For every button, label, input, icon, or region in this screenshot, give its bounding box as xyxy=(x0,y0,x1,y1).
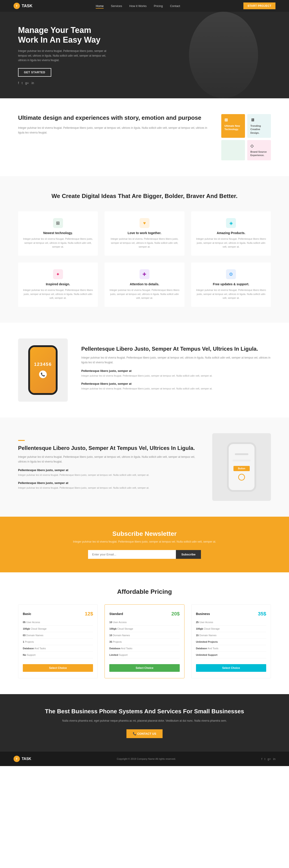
feature-title: Attention to details. xyxy=(109,282,180,286)
subscribe-form: Subscribe xyxy=(88,550,201,559)
pricing-business-cta[interactable]: Select Choice xyxy=(196,664,266,672)
card-icon: ◇ xyxy=(251,143,268,149)
social-twitter[interactable]: t xyxy=(22,81,23,85)
pricing-basic-f2: 100gb Cloud Storage xyxy=(23,627,93,632)
hero-title: Manage Your Team Work In An Easy Way xyxy=(18,25,113,45)
feature-icon-attention: ✚ xyxy=(140,269,149,279)
contact-icon: 📞 xyxy=(133,732,136,735)
pricing-basic-f6: No Support xyxy=(23,654,93,658)
pricing-basic-f4: 1 Projects xyxy=(23,641,93,645)
feature-title: Love to work together. xyxy=(109,231,180,235)
pricing-standard: Standard 20$ 10 User Access 100gb Cloud … xyxy=(105,604,184,678)
pricing-standard-name: Standard xyxy=(109,612,123,616)
feature-icon-amazing: ◈ xyxy=(226,218,236,228)
phone-left-heading: Pellentesque Libero Justo, Semper At Tem… xyxy=(81,345,271,352)
pricing-biz-f5: Database And Tools xyxy=(196,647,266,652)
feature-love-work: ♥ Love to work together. Integer pulvina… xyxy=(105,211,184,256)
pricing-biz-f6: Unlimited Support xyxy=(196,654,266,658)
phone-left-intro: Integer pulvinar leo id viverra feugiat.… xyxy=(81,355,271,365)
pricing-biz-f4: Unlimited Projects xyxy=(196,641,266,645)
nav-home[interactable]: Home xyxy=(96,4,104,8)
footer-social-google[interactable]: g+ xyxy=(267,757,271,761)
phone-right-content: Pellentesque Libero Justo, Semper At Tem… xyxy=(18,440,199,494)
card-label: Brand Source Experience. xyxy=(251,150,267,156)
phone-right-heading: Pellentesque Libero Justo, Semper At Tem… xyxy=(18,444,199,452)
pricing-biz-f2: 100gb Cloud Storage xyxy=(196,627,266,632)
pricing-standard-cta[interactable]: Select Choice xyxy=(109,664,179,672)
digital-section: We Create Digital Ideas That Are Bigger,… xyxy=(0,176,289,323)
footer-logo[interactable]: T TASK xyxy=(13,756,31,762)
feature-text: Integer pulvinar leo id viverra. Pellent… xyxy=(109,237,180,249)
pricing-business-name: Business xyxy=(196,612,210,616)
feature-text: Integer pulvinar leo id viverra Nougat. … xyxy=(23,288,93,300)
feature-free-updates: ⚙ Free updates & support. Integer pulvin… xyxy=(191,262,271,307)
pricing-basic-f3: 03 Domain Names xyxy=(23,634,93,639)
footer-social-facebook[interactable]: f xyxy=(261,757,262,761)
phone-right-feature-1: Pellentesque libero justo, semper at Int… xyxy=(18,468,199,477)
phone-feature-1-title: Pellentesque libero justo, semper at xyxy=(81,369,271,373)
phone-right-feature-2-title: Pellentesque libero justo, semper at xyxy=(18,481,199,485)
feature-icon-love: ♥ xyxy=(140,218,149,228)
phone-right-feature-2: Pellentesque libero justo, semper at Int… xyxy=(18,481,199,490)
hero-background-image xyxy=(185,12,262,98)
pricing-business-price: 35$ xyxy=(258,611,266,617)
pricing-std-f2: 100gb Cloud Storage xyxy=(109,627,179,632)
feature-attention-details: ✚ Attention to details. Integer pulvinar… xyxy=(105,262,184,307)
phone-inner-right: Button xyxy=(227,442,256,492)
feature-text: Integer pulvinar leo id viverra Nougat. … xyxy=(23,237,93,249)
phone-feature-1: Pellentesque libero justo, semper at Int… xyxy=(81,369,271,378)
pricing-standard-price: 20$ xyxy=(171,611,180,617)
footer-cta-section: The Best Business Phone Systems And Serv… xyxy=(0,694,289,752)
phone-feature-1-text: Integer pulvinar leo id viverra feugiat.… xyxy=(81,374,271,378)
feature-inspired-design: ✦ Inspired design. Integer pulvinar leo … xyxy=(18,262,98,307)
get-started-button[interactable]: GET STARTED xyxy=(18,68,51,77)
footer-logo-text: TASK xyxy=(22,757,31,761)
pricing-std-f3: 10 Domain Names xyxy=(109,634,179,639)
subscribe-heading: Subscribe Newsletter xyxy=(18,530,271,537)
social-google[interactable]: g+ xyxy=(25,81,29,85)
logo-text: TASK xyxy=(22,4,32,8)
footer: T TASK Copyright © 2019 Company Name All… xyxy=(0,752,289,766)
phone-cta-button: Button xyxy=(233,466,250,471)
pricing-grid: Basic 12$ 05 User Access 100gb Cloud Sto… xyxy=(18,604,271,678)
feature-text: Integer pulvinar leo id viverra Nougat. … xyxy=(196,237,266,249)
call-icon: 📞 xyxy=(39,371,47,378)
start-project-button[interactable]: START PROJECT xyxy=(243,2,276,9)
phone-right-feature-2-text: Integer pulvinar leo id viverra feugiat.… xyxy=(18,486,199,490)
nav-contact[interactable]: Contact xyxy=(170,4,180,8)
footer-social-linkedin[interactable]: in xyxy=(273,757,276,761)
feature-text: Integer pulvinar leo id viverra Nougat. … xyxy=(109,288,180,300)
phone-right-feature-1-title: Pellentesque libero justo, semper at xyxy=(18,468,199,472)
footer-copyright: Copyright © 2019 Company Name All rights… xyxy=(117,757,176,760)
nav-pricing[interactable]: Pricing xyxy=(154,4,163,8)
feature-icon-inspired: ✦ xyxy=(53,269,63,279)
footer-social-twitter[interactable]: t xyxy=(264,757,265,761)
features-grid: ⊞ Newest technology. Integer pulvinar le… xyxy=(18,211,271,307)
phone-right-section: Pellentesque Libero Justo, Semper At Tem… xyxy=(0,417,289,517)
phone-mockup-left: 123456 📞 xyxy=(18,339,68,402)
nav-links: Home Services How it Works Pricing Conta… xyxy=(96,4,180,8)
subscribe-button[interactable]: Subscribe xyxy=(176,550,201,559)
logo[interactable]: T TASK xyxy=(13,3,32,9)
ultimate-heading: Ultimate design and experiences with sto… xyxy=(18,114,208,122)
pricing-basic-f5: Database And Tasks xyxy=(23,647,93,652)
nav-services[interactable]: Services xyxy=(111,4,122,8)
contact-us-button[interactable]: 📞 CONTACT US xyxy=(126,729,163,738)
pricing-biz-f3: 15 Domain Names xyxy=(196,634,266,639)
nav-how-it-works[interactable]: How it Works xyxy=(129,4,147,8)
ultimate-text: Integer pulvinar leo id viverra feugiat.… xyxy=(18,126,208,135)
pricing-basic-header: Basic 12$ xyxy=(23,611,93,617)
subscribe-email-input[interactable] xyxy=(88,550,176,559)
pricing-basic-cta[interactable]: Select Choice xyxy=(23,664,93,672)
pricing-std-f1: 10 User Access xyxy=(109,621,179,626)
phone-number: 123456 xyxy=(34,362,52,367)
pricing-biz-f1: 25 User Access xyxy=(196,621,266,626)
pricing-standard-header: Standard 20$ xyxy=(109,611,179,617)
phone-mockup-right: Button xyxy=(212,433,271,501)
feature-title: Inspired design. xyxy=(23,282,93,286)
phone-screen-bar xyxy=(235,453,248,455)
pricing-std-f5: Database And Tasks xyxy=(109,647,179,652)
social-linkedin[interactable]: in xyxy=(32,81,34,85)
ultimate-section: Ultimate design and experiences with sto… xyxy=(0,98,289,176)
social-facebook[interactable]: f xyxy=(18,81,19,85)
